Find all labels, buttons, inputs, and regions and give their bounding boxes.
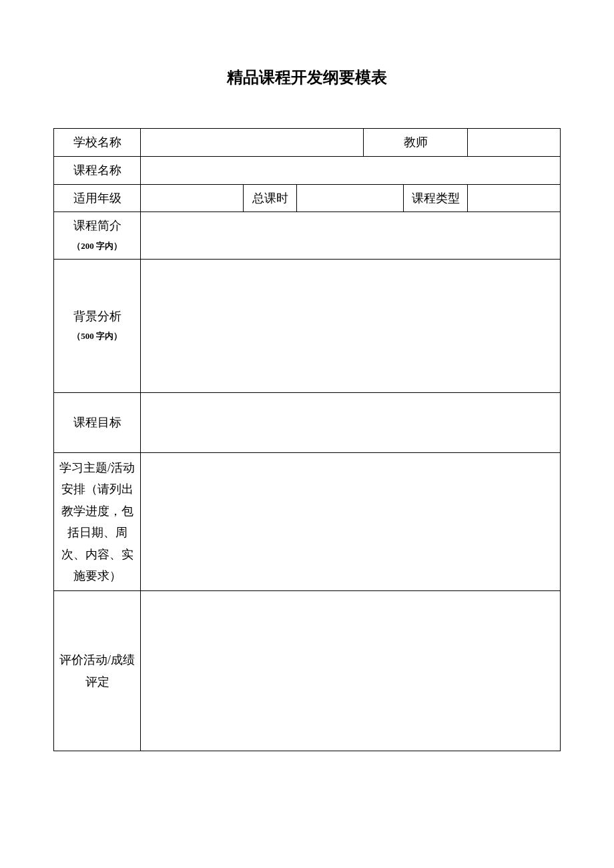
document-page: 精品课程开发纲要模表 学校名称 教师 课程名称 适用年级 总课时 课程类型 — [0, 0, 614, 751]
value-study-topic — [141, 452, 561, 590]
table-row: 课程简介 （200 字内） — [54, 212, 561, 260]
value-course-intro — [141, 212, 561, 260]
value-school-name — [141, 129, 364, 157]
label-school-name: 学校名称 — [54, 129, 141, 157]
value-grade-level — [141, 184, 244, 212]
label-background-main: 背景分析 — [73, 310, 121, 323]
table-row: 课程目标 — [54, 392, 561, 452]
label-course-intro-main: 课程简介 — [73, 219, 121, 232]
table-row: 背景分析 （500 字内） — [54, 259, 561, 392]
value-course-goal — [141, 392, 561, 452]
label-total-hours: 总课时 — [244, 184, 297, 212]
value-background — [141, 259, 561, 392]
table-row: 评价活动/成绩评定 — [54, 591, 561, 751]
table-row: 学习主题/活动安排（请列出教学进度，包括日期、周次、内容、实施要求） — [54, 452, 561, 590]
label-course-intro: 课程简介 （200 字内） — [54, 212, 141, 260]
label-course-name: 课程名称 — [54, 156, 141, 184]
value-total-hours — [297, 184, 404, 212]
label-course-goal: 课程目标 — [54, 392, 141, 452]
table-row: 适用年级 总课时 课程类型 — [54, 184, 561, 212]
label-course-type: 课程类型 — [404, 184, 468, 212]
label-teacher: 教师 — [364, 129, 468, 157]
table-row: 学校名称 教师 — [54, 129, 561, 157]
label-course-intro-sub: （200 字内） — [72, 241, 122, 251]
form-table: 学校名称 教师 课程名称 适用年级 总课时 课程类型 课程简介 （200 字内） — [53, 128, 561, 751]
value-course-type — [468, 184, 561, 212]
table-row: 课程名称 — [54, 156, 561, 184]
value-course-name — [141, 156, 561, 184]
label-evaluation: 评价活动/成绩评定 — [54, 591, 141, 751]
label-background: 背景分析 （500 字内） — [54, 259, 141, 392]
label-study-topic: 学习主题/活动安排（请列出教学进度，包括日期、周次、内容、实施要求） — [54, 452, 141, 590]
label-grade-level: 适用年级 — [54, 184, 141, 212]
document-title: 精品课程开发纲要模表 — [53, 67, 561, 88]
value-evaluation — [141, 591, 561, 751]
label-background-sub: （500 字内） — [72, 331, 122, 341]
value-teacher — [468, 129, 561, 157]
